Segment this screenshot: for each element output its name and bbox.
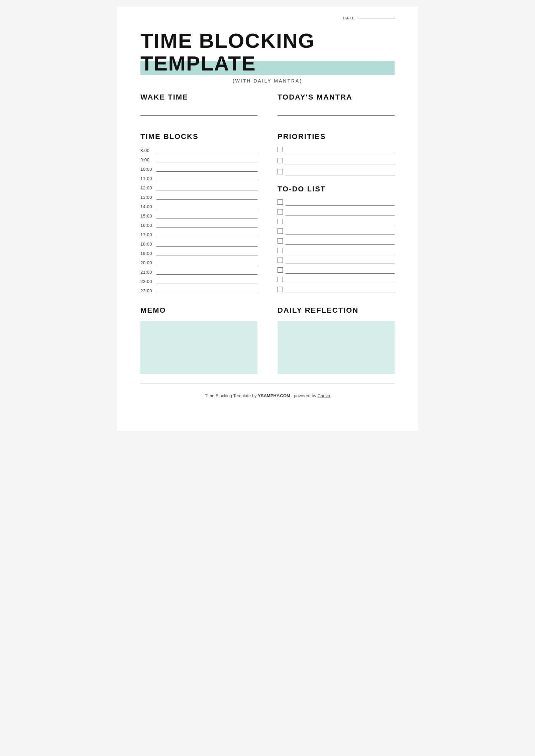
todo-line[interactable] (286, 239, 395, 245)
time-row: 12:00 (140, 184, 257, 190)
mantra-input[interactable] (278, 108, 395, 116)
time-label: 15:00 (140, 213, 154, 218)
memo-box[interactable] (140, 321, 257, 374)
time-label: 22:00 (140, 279, 154, 284)
time-line-field[interactable] (156, 287, 257, 293)
time-label: 8:00 (140, 148, 154, 153)
time-line-field[interactable] (156, 147, 257, 153)
time-line-field[interactable] (156, 269, 257, 275)
todo-row (278, 209, 395, 215)
time-label: 16:00 (140, 223, 154, 228)
todo-line[interactable] (286, 277, 395, 283)
time-line-field[interactable] (156, 231, 257, 237)
wake-time-section: WAKE TIME (140, 93, 257, 126)
time-label: 18:00 (140, 242, 154, 247)
footer-canva-link[interactable]: Canva (318, 393, 330, 398)
time-line-field[interactable] (156, 241, 257, 247)
time-label: 20:00 (140, 260, 154, 265)
bottom-sections: MEMO DAILY REFLECTION (140, 306, 395, 374)
time-label: 17:00 (140, 232, 154, 237)
time-line-field[interactable] (156, 212, 257, 218)
time-line-field[interactable] (156, 250, 257, 256)
priority-checkbox[interactable] (278, 158, 283, 163)
page: DATE TIME BLOCKING TEMPLATE (WITH DAILY … (117, 7, 418, 431)
todo-rows (278, 199, 395, 293)
todo-row (278, 219, 395, 225)
time-label: 10:00 (140, 167, 154, 172)
todo-row (278, 258, 395, 264)
wake-time-input[interactable] (140, 108, 257, 116)
time-label: 12:00 (140, 185, 154, 190)
page-subtitle: (WITH DAILY MANTRA) (140, 78, 395, 84)
priorities-label: PRIORITIES (278, 132, 395, 141)
time-row: 15:00 (140, 212, 257, 218)
time-row: 14:00 (140, 203, 257, 209)
time-row: 18:00 (140, 241, 257, 247)
time-line-field[interactable] (156, 222, 257, 228)
todo-line[interactable] (286, 287, 395, 293)
todo-checkbox[interactable] (278, 238, 283, 244)
date-underline[interactable] (358, 18, 395, 18)
time-row: 10:00 (140, 166, 257, 172)
priorities-section: PRIORITIES (278, 132, 395, 175)
todo-line[interactable] (286, 209, 395, 215)
time-line-field[interactable] (156, 259, 257, 265)
time-row: 19:00 (140, 250, 257, 256)
todo-row (278, 238, 395, 245)
memo-section: MEMO (140, 306, 257, 374)
priority-checkbox[interactable] (278, 147, 283, 152)
time-row: 17:00 (140, 231, 257, 237)
reflection-label: DAILY REFLECTION (278, 306, 395, 315)
time-row: 9:00 (140, 156, 257, 162)
right-section: PRIORITIES TO-DO LIST (278, 129, 395, 297)
time-blocks-section: TIME BLOCKS 8:00 9:00 10:00 11:00 12:00 … (140, 132, 257, 297)
reflection-section: DAILY REFLECTION (278, 306, 395, 374)
date-section: DATE (343, 16, 395, 20)
todo-row (278, 277, 395, 283)
todo-row (278, 287, 395, 293)
time-label: 13:00 (140, 195, 154, 200)
priority-checkbox[interactable] (278, 169, 283, 174)
mantra-section: TODAY'S MANTRA (278, 93, 395, 126)
todo-line[interactable] (286, 268, 395, 274)
footer-text-before: Time Blocking Template by (205, 393, 258, 398)
todo-line[interactable] (286, 229, 395, 235)
time-line-field[interactable] (156, 184, 257, 190)
wake-label: WAKE TIME (140, 93, 257, 102)
priorities-rows (278, 147, 395, 175)
time-line-field[interactable] (156, 194, 257, 200)
priority-row (278, 147, 395, 153)
todo-checkbox[interactable] (278, 209, 283, 214)
time-line-field[interactable] (156, 175, 257, 181)
todo-line[interactable] (286, 219, 395, 225)
time-line-field[interactable] (156, 203, 257, 209)
todo-row (278, 267, 395, 274)
time-line-field[interactable] (156, 166, 257, 172)
footer-text-middle: , powered by (290, 393, 318, 398)
priority-line[interactable] (286, 147, 395, 153)
time-row: 20:00 (140, 259, 257, 265)
todo-checkbox[interactable] (278, 229, 283, 234)
time-line-field[interactable] (156, 278, 257, 284)
todo-checkbox[interactable] (278, 219, 283, 224)
todo-checkbox[interactable] (278, 248, 283, 253)
time-line-field[interactable] (156, 156, 257, 162)
main-content-row: TIME BLOCKS 8:00 9:00 10:00 11:00 12:00 … (140, 129, 395, 297)
time-rows: 8:00 9:00 10:00 11:00 12:00 13:00 14:00 … (140, 147, 257, 293)
todo-line[interactable] (286, 258, 395, 264)
todo-checkbox[interactable] (278, 287, 283, 292)
todo-checkbox[interactable] (278, 258, 283, 263)
todo-checkbox[interactable] (278, 267, 283, 273)
reflection-box[interactable] (278, 321, 395, 374)
priority-line[interactable] (286, 169, 395, 175)
footer-brand: YSAMPHY.COM (258, 393, 290, 398)
time-label: 14:00 (140, 204, 154, 209)
todo-checkbox[interactable] (278, 199, 283, 205)
todo-row (278, 229, 395, 235)
todo-line[interactable] (286, 248, 395, 254)
priority-line[interactable] (286, 158, 395, 164)
todo-checkbox[interactable] (278, 277, 283, 282)
time-row: 22:00 (140, 278, 257, 284)
time-label: 23:00 (140, 288, 154, 293)
todo-line[interactable] (286, 200, 395, 206)
